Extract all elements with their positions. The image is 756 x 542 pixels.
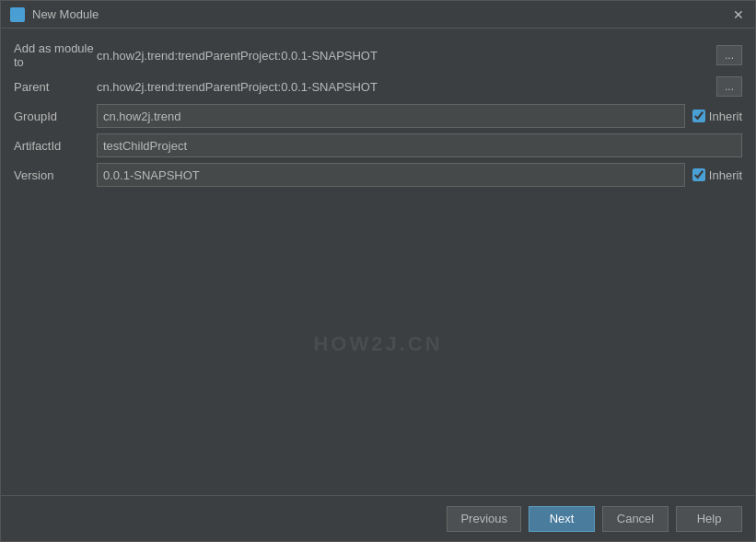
version-inherit-label: Inherit — [709, 168, 742, 182]
title-bar-left: New Module — [10, 7, 99, 22]
parent-browse-button[interactable]: ... — [716, 76, 742, 97]
version-inherit-wrap: Inherit — [692, 168, 742, 182]
watermark-area: HOW2J.CN — [14, 192, 742, 495]
add-module-label: Add as module to — [14, 41, 97, 69]
version-input-wrap: Inherit — [97, 163, 742, 187]
add-module-browse-button[interactable]: ... — [716, 45, 742, 65]
svg-rect-0 — [13, 10, 22, 19]
parent-row: Parent cn.how2j.trend:trendParentProject… — [14, 75, 742, 98]
dialog-title: New Module — [32, 7, 99, 21]
group-id-inherit-label: Inherit — [709, 110, 742, 123]
watermark-text: HOW2J.CN — [313, 332, 442, 356]
close-button[interactable]: ✕ — [731, 7, 746, 22]
group-id-row: GroupId Inherit — [14, 104, 742, 128]
help-button[interactable]: Help — [676, 506, 742, 532]
group-id-inherit-checkbox[interactable] — [692, 110, 705, 122]
title-bar: New Module ✕ — [1, 1, 755, 29]
artifact-id-label: ArtifactId — [14, 139, 97, 153]
next-button[interactable]: Next — [529, 506, 595, 532]
group-id-inherit-wrap: Inherit — [692, 110, 742, 123]
version-inherit-checkbox[interactable] — [692, 168, 705, 181]
parent-value: cn.how2j.trend:trendParentProject:0.0.1-… — [97, 80, 711, 94]
artifact-id-row: ArtifactId — [14, 133, 742, 157]
parent-value-wrap: cn.how2j.trend:trendParentProject:0.0.1-… — [97, 76, 742, 97]
add-module-value-wrap: cn.how2j.trend:trendParentProject:0.0.1-… — [97, 45, 742, 65]
dialog: New Module ✕ Add as module to cn.how2j.t… — [0, 0, 756, 542]
version-label: Version — [14, 168, 97, 182]
version-input[interactable] — [97, 163, 685, 187]
parent-label: Parent — [14, 80, 97, 94]
group-id-label: GroupId — [14, 110, 97, 123]
cancel-button[interactable]: Cancel — [602, 506, 669, 532]
dialog-footer: Previous Next Cancel Help — [1, 495, 755, 541]
dialog-content: Add as module to cn.how2j.trend:trendPar… — [1, 29, 755, 495]
artifact-id-input[interactable] — [97, 133, 742, 157]
group-id-input[interactable] — [97, 104, 685, 128]
group-id-input-wrap: Inherit — [97, 104, 742, 128]
version-row: Version Inherit — [14, 163, 742, 187]
add-module-value: cn.how2j.trend:trendParentProject:0.0.1-… — [97, 49, 711, 63]
add-module-row: Add as module to cn.how2j.trend:trendPar… — [14, 41, 742, 69]
dialog-icon — [10, 7, 25, 22]
previous-button[interactable]: Previous — [447, 506, 521, 532]
